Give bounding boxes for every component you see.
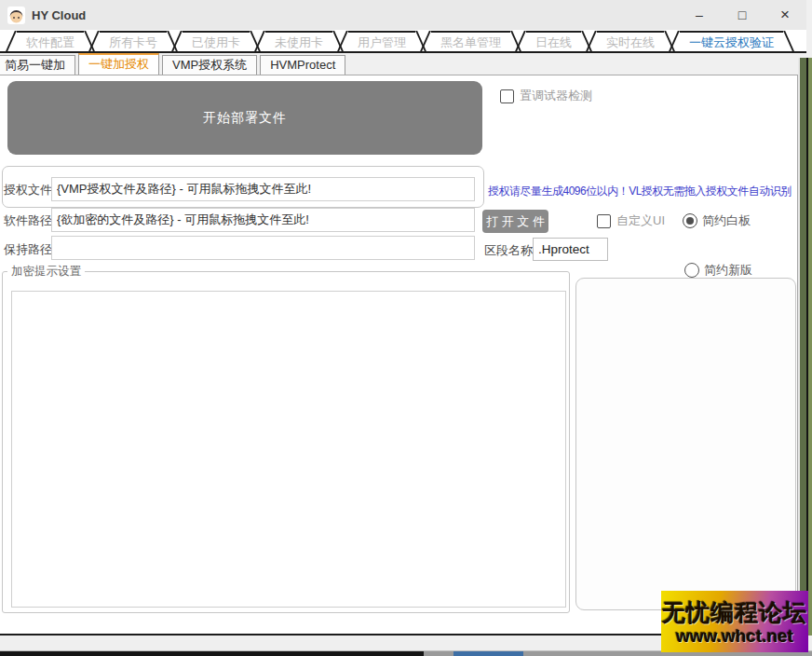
encrypt-hint-group-label: 加密提示设置: [7, 264, 85, 280]
maximize-button[interactable]: □: [721, 0, 764, 30]
close-button[interactable]: ×: [764, 0, 806, 30]
section-name-label: 区段名称:: [484, 242, 536, 259]
sub-tab-bar: 简易一键加 一键加授权 VMP授权系统 HVMProtect: [0, 53, 806, 75]
custom-ui-checkbox[interactable]: 自定义UI: [597, 212, 665, 229]
app-icon: [7, 7, 25, 24]
keep-path-input[interactable]: [51, 236, 475, 260]
radio-icon: [684, 263, 699, 278]
software-path-label: 软件路径:: [4, 212, 56, 229]
radio-simple-whiteboard[interactable]: 简约白板: [683, 212, 751, 229]
minimize-button[interactable]: –: [678, 0, 721, 30]
nav-tab-user-management[interactable]: 用户管理: [348, 31, 415, 51]
nav-tab-all-cards[interactable]: 所有卡号: [100, 31, 167, 51]
radio-icon: [683, 213, 697, 228]
sub-tab-encrypt-auth[interactable]: 一键加授权: [78, 53, 159, 75]
right-side-panel: [575, 278, 796, 610]
sub-tab-hvmprotect[interactable]: HVMProtect: [260, 55, 345, 75]
nav-tab-realtime-online[interactable]: 实时在线: [597, 31, 664, 51]
app-window: HY Cloud – □ × 软件配置 所有卡号 已使用卡 未使用卡 用户管理 …: [0, 0, 812, 656]
auth-file-input[interactable]: [51, 177, 475, 201]
forum-watermark: 无忧编程论坛 www.whct.net: [661, 591, 808, 652]
title-bar: HY Cloud – □ ×: [0, 0, 806, 30]
checkbox-icon: [500, 89, 514, 103]
debugger-detect-label: 置调试器检测: [520, 88, 592, 104]
radio-simple-whiteboard-label: 简约白板: [702, 212, 751, 229]
checkbox-icon: [597, 214, 611, 228]
radio-simple-new[interactable]: 简约新版: [684, 262, 752, 279]
window-controls: – □ ×: [678, 0, 806, 30]
watermark-url: www.whct.net: [676, 626, 793, 647]
auth-file-label: 授权文件:: [4, 182, 56, 198]
tab-page: 开始部署文件 置调试器检测 授权文件: 授权请尽量生成4096位以内！VL授权无…: [0, 75, 798, 634]
encrypt-hint-textarea[interactable]: [11, 291, 566, 608]
nav-tab-blacklist[interactable]: 黑名单管理: [431, 31, 510, 51]
deploy-file-button[interactable]: 开始部署文件: [7, 81, 482, 155]
nav-tab-daily-online[interactable]: 日在线: [526, 31, 581, 51]
software-path-input[interactable]: [51, 208, 475, 232]
desktop-edge-strip: [798, 58, 812, 636]
taskbar-dark-segment: [0, 651, 424, 656]
nav-tab-bar: 软件配置 所有卡号 已使用卡 未使用卡 用户管理 黑名单管理 日在线 实时在线 …: [0, 30, 806, 53]
keep-path-label: 保持路径:: [4, 241, 56, 258]
debugger-detect-checkbox[interactable]: 置调试器检测: [500, 88, 592, 104]
watermark-forum-name: 无忧编程论坛: [662, 597, 807, 628]
taskbar-blue-segment: [453, 651, 523, 656]
nav-tab-used-cards[interactable]: 已使用卡: [183, 31, 250, 51]
nav-tab-unused-cards[interactable]: 未使用卡: [265, 31, 332, 51]
auth-hint-text: 授权请尽量生成4096位以内！VL授权无需拖入授权文件自动识别: [488, 184, 792, 199]
radio-simple-new-label: 简约新版: [704, 262, 752, 279]
sub-tab-vmp-auth[interactable]: VMP授权系统: [162, 55, 257, 75]
nav-tab-cloud-auth[interactable]: 一键云授权验证: [680, 31, 783, 51]
section-name-input[interactable]: [533, 238, 608, 261]
open-file-button[interactable]: 打 开 文 件: [482, 210, 548, 233]
window-title: HY Cloud: [32, 8, 86, 22]
sub-tab-simple-encrypt[interactable]: 简易一键加: [0, 55, 75, 75]
custom-ui-label: 自定义UI: [616, 212, 665, 229]
nav-tab-software-config[interactable]: 软件配置: [17, 31, 84, 51]
